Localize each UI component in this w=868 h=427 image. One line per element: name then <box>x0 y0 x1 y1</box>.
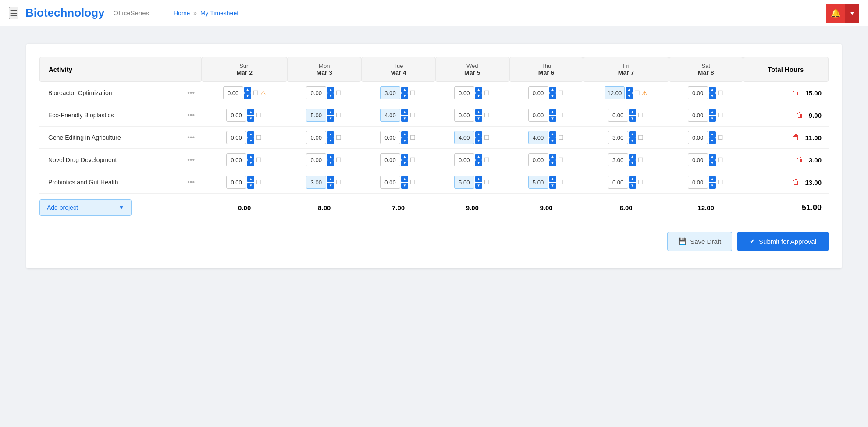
note-button[interactable]: ☐ <box>409 156 416 163</box>
spin-up-button[interactable]: ▲ <box>629 109 636 115</box>
hour-input[interactable] <box>688 131 708 144</box>
hour-input[interactable] <box>306 86 326 99</box>
breadcrumb-home[interactable]: Home <box>174 10 190 17</box>
hour-input[interactable] <box>226 153 246 166</box>
spin-down-button[interactable]: ▼ <box>327 93 334 99</box>
spin-up-button[interactable]: ▲ <box>401 109 408 115</box>
row-options-button[interactable]: ••• <box>185 133 197 142</box>
submit-approval-button[interactable]: ✔ Submit for Approval <box>737 232 829 251</box>
hour-input[interactable] <box>605 86 625 99</box>
save-draft-button[interactable]: 💾 Save Draft <box>667 232 732 251</box>
delete-row-button[interactable]: 🗑 <box>791 178 801 186</box>
spin-down-button[interactable]: ▼ <box>247 183 254 189</box>
spin-down-button[interactable]: ▼ <box>709 183 716 189</box>
hour-input[interactable] <box>306 176 326 189</box>
spin-up-button[interactable]: ▲ <box>475 154 482 160</box>
spin-up-button[interactable]: ▲ <box>401 131 408 138</box>
delete-row-button[interactable]: 🗑 <box>795 111 805 119</box>
spin-up-button[interactable]: ▲ <box>549 109 556 115</box>
spin-up-button[interactable]: ▲ <box>549 176 556 182</box>
note-button[interactable]: ☐ <box>483 156 491 163</box>
hour-input[interactable] <box>454 86 474 99</box>
note-button[interactable]: ☐ <box>335 179 342 186</box>
hour-input[interactable] <box>608 153 628 166</box>
hour-input[interactable] <box>454 176 474 189</box>
row-options-button[interactable]: ••• <box>185 110 197 120</box>
spin-down-button[interactable]: ▼ <box>401 138 408 144</box>
spin-up-button[interactable]: ▲ <box>629 154 636 160</box>
hour-input[interactable] <box>380 176 400 189</box>
spin-up-button[interactable]: ▲ <box>401 154 408 160</box>
note-button[interactable]: ☐ <box>335 156 342 163</box>
hour-input[interactable] <box>454 131 474 144</box>
spin-up-button[interactable]: ▲ <box>247 154 254 160</box>
hour-input[interactable] <box>380 131 400 144</box>
spin-down-button[interactable]: ▼ <box>401 183 408 189</box>
note-button[interactable]: ☐ <box>557 156 565 163</box>
spin-up-button[interactable]: ▲ <box>709 87 716 93</box>
spin-up-button[interactable]: ▲ <box>327 109 334 115</box>
spin-down-button[interactable]: ▼ <box>629 138 636 144</box>
spin-down-button[interactable]: ▼ <box>247 116 254 122</box>
note-button[interactable]: ☐ <box>255 134 263 141</box>
note-button[interactable]: ☐ <box>483 134 491 141</box>
note-button[interactable]: ☐ <box>717 179 724 186</box>
spin-down-button[interactable]: ▼ <box>327 160 334 166</box>
add-project-button[interactable]: Add project ▼ <box>39 199 132 216</box>
spin-up-button[interactable]: ▲ <box>327 154 334 160</box>
spin-up-button[interactable]: ▲ <box>475 176 482 182</box>
note-button[interactable]: ☐ <box>717 134 724 141</box>
hour-input[interactable] <box>380 153 400 166</box>
row-options-button[interactable]: ••• <box>185 88 197 98</box>
note-button[interactable]: ☐ <box>335 134 342 141</box>
hour-input[interactable] <box>226 176 246 189</box>
spin-down-button[interactable]: ▼ <box>475 183 482 189</box>
spin-down-button[interactable]: ▼ <box>549 116 556 122</box>
spin-up-button[interactable]: ▲ <box>475 131 482 138</box>
spin-down-button[interactable]: ▼ <box>401 116 408 122</box>
spin-down-button[interactable]: ▼ <box>549 160 556 166</box>
spin-down-button[interactable]: ▼ <box>247 160 254 166</box>
spin-up-button[interactable]: ▲ <box>709 176 716 182</box>
spin-down-button[interactable]: ▼ <box>327 116 334 122</box>
note-button[interactable]: ☐ <box>252 89 260 96</box>
spin-down-button[interactable]: ▼ <box>709 160 716 166</box>
hour-input[interactable] <box>528 86 548 99</box>
hour-input[interactable] <box>608 109 628 122</box>
spin-down-button[interactable]: ▼ <box>549 93 556 99</box>
note-button[interactable]: ☐ <box>255 179 263 186</box>
delete-row-button[interactable]: 🗑 <box>791 89 801 97</box>
spin-down-button[interactable]: ▼ <box>709 93 716 99</box>
note-button[interactable]: ☐ <box>557 89 565 96</box>
note-button[interactable]: ☐ <box>637 134 644 141</box>
spin-down-button[interactable]: ▼ <box>401 93 408 99</box>
note-button[interactable]: ☐ <box>255 156 263 163</box>
note-button[interactable]: ☐ <box>335 112 342 119</box>
hour-input[interactable] <box>688 153 708 166</box>
hour-input[interactable] <box>454 153 474 166</box>
spin-up-button[interactable]: ▲ <box>549 154 556 160</box>
note-button[interactable]: ☐ <box>557 134 565 141</box>
spin-up-button[interactable]: ▲ <box>244 87 251 93</box>
spin-down-button[interactable]: ▼ <box>549 138 556 144</box>
delete-row-button[interactable]: 🗑 <box>791 134 801 141</box>
spin-down-button[interactable]: ▼ <box>629 160 636 166</box>
spin-up-button[interactable]: ▲ <box>549 131 556 138</box>
spin-down-button[interactable]: ▼ <box>327 138 334 144</box>
row-options-button[interactable]: ••• <box>185 177 197 187</box>
hour-input[interactable] <box>688 109 708 122</box>
note-button[interactable]: ☐ <box>483 112 491 119</box>
hour-input[interactable] <box>306 131 326 144</box>
hour-input[interactable] <box>528 176 548 189</box>
spin-up-button[interactable]: ▲ <box>327 176 334 182</box>
hour-input[interactable] <box>528 131 548 144</box>
spin-down-button[interactable]: ▼ <box>549 183 556 189</box>
spin-down-button[interactable]: ▼ <box>401 160 408 166</box>
hour-input[interactable] <box>306 109 326 122</box>
spin-up-button[interactable]: ▲ <box>629 176 636 182</box>
spin-up-button[interactable]: ▲ <box>549 87 556 93</box>
spin-down-button[interactable]: ▼ <box>626 93 633 99</box>
spin-up-button[interactable]: ▲ <box>709 109 716 115</box>
hour-input[interactable] <box>608 176 628 189</box>
spin-down-button[interactable]: ▼ <box>475 116 482 122</box>
